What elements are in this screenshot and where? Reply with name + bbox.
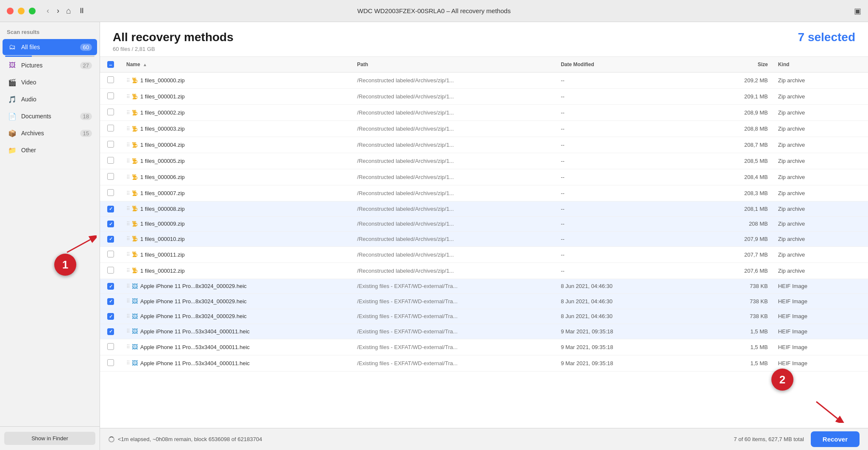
row-checkbox-cell[interactable] — [100, 309, 121, 324]
file-name: 1 files_000010.zip — [140, 236, 185, 242]
table-row: ⠿🗜1 files_000003.zip/Reconstructed label… — [100, 121, 868, 137]
row-checkbox-cell[interactable] — [100, 279, 121, 294]
kind-column-header[interactable]: Kind — [773, 57, 868, 73]
drag-handle-icon[interactable]: ⠿ — [126, 94, 130, 100]
row-checkbox[interactable] — [107, 298, 114, 305]
row-kind: Zip archive — [773, 246, 868, 263]
row-date: 8 Jun 2021, 04:46:30 — [556, 279, 691, 294]
row-checkbox[interactable] — [107, 267, 114, 274]
date-column-header[interactable]: Date Modified — [556, 57, 691, 73]
drag-handle-icon[interactable]: ⠿ — [126, 344, 130, 350]
row-checkbox[interactable] — [107, 76, 114, 83]
row-checkbox-cell[interactable] — [100, 121, 121, 137]
row-checkbox[interactable] — [107, 189, 114, 196]
file-table-container[interactable]: Name ▲ Path Date Modified Size — [100, 57, 868, 428]
sidebar-item-documents[interactable]: 📄 Documents 18 — [3, 108, 97, 124]
drag-handle-icon[interactable]: ⠿ — [126, 283, 130, 289]
close-button[interactable] — [7, 8, 14, 14]
drag-handle-icon[interactable]: ⠿ — [126, 268, 130, 274]
minimize-button[interactable] — [18, 8, 25, 14]
path-column-header[interactable]: Path — [352, 57, 556, 73]
drag-handle-icon[interactable]: ⠿ — [126, 252, 130, 257]
row-checkbox[interactable] — [107, 221, 114, 227]
row-checkbox[interactable] — [107, 313, 114, 320]
sidebar: Scan results 🗂 All files 60 🖼 Pictures 2… — [0, 22, 100, 450]
row-checkbox[interactable] — [107, 359, 114, 366]
row-checkbox[interactable] — [107, 343, 114, 350]
file-table: Name ▲ Path Date Modified Size — [100, 57, 868, 372]
maximize-button[interactable] — [29, 8, 36, 14]
size-column-header[interactable]: Size — [692, 57, 773, 73]
recover-button[interactable]: Recover — [811, 431, 860, 447]
row-checkbox[interactable] — [107, 236, 114, 243]
drag-handle-icon[interactable]: ⠿ — [126, 236, 130, 242]
row-checkbox-cell[interactable] — [100, 89, 121, 105]
table-row: ⠿🗜1 files_000006.zip/Reconstructed label… — [100, 169, 868, 185]
row-checkbox[interactable] — [107, 328, 114, 335]
row-path: /Existing files - EXFAT/WD-external/Tra.… — [352, 309, 556, 324]
drag-handle-icon[interactable]: ⠿ — [126, 110, 130, 116]
row-checkbox-cell[interactable] — [100, 339, 121, 355]
sidebar-label-documents: Documents — [21, 113, 76, 120]
row-checkbox-cell[interactable] — [100, 73, 121, 89]
sidebar-item-video[interactable]: 🎬 Video — [3, 74, 97, 90]
row-checkbox[interactable] — [107, 109, 114, 115]
pause-button[interactable]: ⏸ — [78, 6, 86, 15]
row-checkbox-cell[interactable] — [100, 201, 121, 217]
drag-handle-icon[interactable]: ⠿ — [126, 126, 130, 132]
drag-handle-icon[interactable]: ⠿ — [126, 78, 130, 84]
row-checkbox-cell[interactable] — [100, 232, 121, 247]
sidebar-item-pictures[interactable]: 🖼 Pictures 27 — [3, 57, 97, 73]
row-checkbox-cell[interactable] — [100, 185, 121, 201]
drag-handle-icon[interactable]: ⠿ — [126, 360, 130, 366]
row-checkbox-cell[interactable] — [100, 324, 121, 339]
show-in-finder-button[interactable]: Show in Finder — [4, 432, 95, 445]
row-checkbox[interactable] — [107, 125, 114, 131]
row-checkbox[interactable] — [107, 157, 114, 164]
file-name: 1 files_000008.zip — [140, 206, 185, 212]
zip-file-icon: 🗜 — [132, 190, 138, 197]
row-checkbox[interactable] — [107, 173, 114, 180]
row-checkbox-cell[interactable] — [100, 216, 121, 232]
row-checkbox-cell[interactable] — [100, 137, 121, 153]
layout-button[interactable]: ▣ — [854, 6, 861, 16]
page-title: All recovery methods — [113, 31, 234, 44]
row-checkbox[interactable] — [107, 251, 114, 257]
drag-handle-icon[interactable]: ⠿ — [126, 158, 130, 164]
name-column-header[interactable]: Name ▲ — [121, 57, 352, 73]
drag-handle-icon[interactable]: ⠿ — [126, 313, 130, 319]
drag-handle-icon[interactable]: ⠿ — [126, 190, 130, 196]
row-checkbox-cell[interactable] — [100, 169, 121, 185]
drag-handle-icon[interactable]: ⠿ — [126, 142, 130, 148]
sidebar-item-all-files[interactable]: 🗂 All files 60 — [3, 39, 97, 55]
forward-button[interactable]: › — [54, 6, 62, 16]
drag-handle-icon[interactable]: ⠿ — [126, 298, 130, 304]
row-checkbox[interactable] — [107, 92, 114, 99]
drag-handle-icon[interactable]: ⠿ — [126, 221, 130, 227]
table-row: ⠿🗜1 files_000011.zip/Reconstructed label… — [100, 246, 868, 263]
row-checkbox[interactable] — [107, 206, 114, 212]
row-path: /Reconstructed labeled/Archives/zip/1... — [352, 246, 556, 263]
back-button[interactable]: ‹ — [44, 6, 52, 16]
drag-handle-icon[interactable]: ⠿ — [126, 206, 130, 212]
scan-progress-fill — [5, 56, 32, 57]
row-checkbox-cell[interactable] — [100, 263, 121, 279]
select-all-checkbox[interactable] — [107, 61, 114, 68]
row-date: -- — [556, 246, 691, 263]
sidebar-item-archives[interactable]: 📦 Archives 15 — [3, 125, 97, 141]
row-checkbox[interactable] — [107, 141, 114, 148]
drag-handle-icon[interactable]: ⠿ — [126, 328, 130, 334]
drag-handle-icon[interactable]: ⠿ — [126, 174, 130, 180]
heic-file-icon: 🖼 — [132, 360, 138, 366]
select-all-header[interactable] — [100, 57, 121, 73]
sidebar-item-other[interactable]: 📁 Other — [3, 142, 97, 158]
sidebar-count-all-files: 60 — [80, 44, 92, 51]
row-checkbox-cell[interactable] — [100, 153, 121, 169]
row-checkbox-cell[interactable] — [100, 355, 121, 371]
row-checkbox-cell[interactable] — [100, 294, 121, 309]
row-checkbox-cell[interactable] — [100, 246, 121, 263]
home-button[interactable]: ⌂ — [66, 6, 71, 16]
row-checkbox[interactable] — [107, 283, 114, 290]
row-checkbox-cell[interactable] — [100, 105, 121, 121]
sidebar-item-audio[interactable]: 🎵 Audio — [3, 91, 97, 107]
